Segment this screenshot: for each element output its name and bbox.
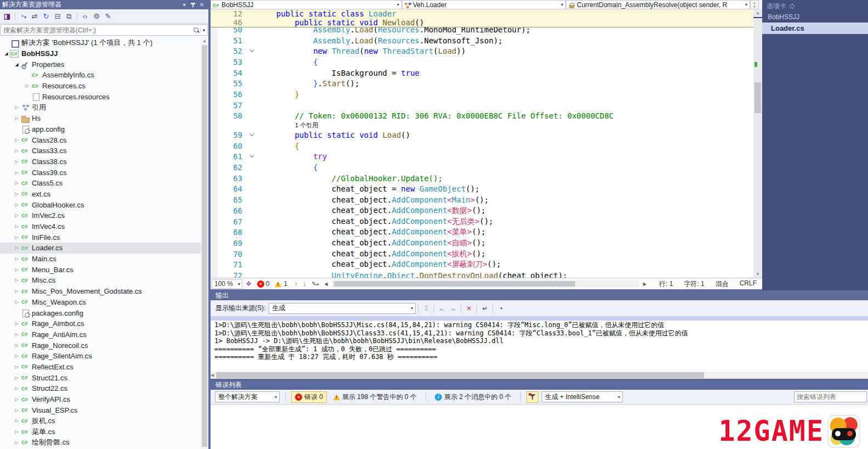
tree-item[interactable]: ▷Class39.cs [0, 167, 201, 178]
gear-icon[interactable] [790, 4, 795, 9]
tree-item[interactable]: ▷Loader.cs [0, 243, 201, 254]
code-line[interactable]: 67 cheat_object.AddComponent<无后类>(); [211, 216, 753, 227]
tree-item[interactable]: ▷Rage_Norecoil.cs [0, 340, 201, 351]
refresh-icon[interactable]: ↻ [42, 12, 50, 20]
expander-icon[interactable]: ▷ [13, 343, 21, 348]
expander-icon[interactable]: ▷ [13, 181, 21, 186]
previous-message-icon[interactable]: ← [436, 305, 447, 312]
tree-scrollbar[interactable]: ▲ [201, 37, 208, 449]
expander-icon[interactable]: ◢ [13, 62, 21, 67]
expander-icon[interactable]: ▷ [13, 300, 21, 305]
errors-count[interactable]: 0 [266, 280, 270, 288]
tree-item[interactable]: ▷Rage_AntiAim.cs [0, 329, 201, 340]
scroll-right-icon[interactable]: ▶ [640, 282, 649, 287]
output-line[interactable]: 1>D:\源码\生死狙击\bobh\bobh\BobHSSJJ\Misc.cs(… [211, 321, 868, 329]
code-line[interactable]: 61 try [211, 151, 753, 162]
code-line[interactable]: 54 IsBackground = true [211, 68, 753, 78]
expander-icon[interactable]: ▷ [13, 429, 21, 434]
expander-icon[interactable]: ▷ [13, 289, 21, 294]
tree-item[interactable]: ▷Hs [0, 113, 201, 124]
sync-with-active-document-icon[interactable]: ⇄ [31, 12, 38, 20]
code-line[interactable]: 59 public static void Load() [211, 130, 753, 141]
error-search-input[interactable] [795, 393, 866, 401]
output-line[interactable]: ========== 重新生成 于 18:27 完成，耗时 07.638 秒 =… [211, 353, 868, 361]
zoom-dropdown[interactable]: 100 % ▾ [212, 279, 242, 289]
expander-icon[interactable]: ▷ [13, 256, 21, 261]
code-line[interactable]: 70 cheat_object.AddComponent<扳机>(); [211, 249, 753, 260]
code-pane[interactable]: 50 Assembly.Load(Resources.MonoMod_Runti… [211, 0, 753, 278]
expander-icon[interactable]: ▷ [13, 267, 21, 272]
tree-item[interactable]: ▷VerifyAPI.cs [0, 394, 201, 405]
tree-item[interactable]: ▷Misc.cs [0, 275, 201, 286]
expander-icon[interactable]: ▷ [13, 192, 21, 197]
collapse-chevron-icon[interactable] [246, 131, 258, 139]
expander-icon[interactable]: ▷ [13, 364, 21, 369]
code-line[interactable]: 46 public static void Newload() [211, 18, 753, 27]
tree-item[interactable]: ▷Resources.cs [0, 81, 201, 92]
scrollbar-thumb[interactable] [216, 372, 704, 378]
tree-item[interactable]: ▷Struct22.cs [0, 383, 201, 394]
codelens-row[interactable]: 1 个引用 [211, 121, 753, 130]
expander-icon[interactable]: ◢ [2, 51, 10, 56]
clear-all-icon[interactable]: ✕ [463, 305, 474, 312]
tree-item[interactable]: ▷Misc_Weapon.cs [0, 297, 201, 308]
scroll-up-icon[interactable]: ▲ [201, 37, 208, 44]
tree-item[interactable]: ▷引用 [0, 102, 201, 113]
pin-button[interactable] [189, 1, 197, 9]
warnings-indicator-icon[interactable] [275, 281, 281, 287]
code-line[interactable]: 64 cheat_object = new GameObject(); [211, 184, 753, 195]
messages-filter-button[interactable]: i 展示 2 个消息中的 0 个 [432, 391, 515, 403]
code-line[interactable]: 53 { [211, 57, 753, 68]
next-message-icon[interactable]: → [447, 305, 458, 312]
expander-icon[interactable]: ▷ [13, 245, 21, 250]
expander-icon[interactable]: ▷ [13, 170, 21, 175]
ide-selector-icon[interactable]: ◨ [3, 12, 11, 20]
expander-icon[interactable]: ▷ [13, 235, 21, 240]
expander-icon[interactable]: ▷ [13, 224, 21, 229]
tree-item[interactable]: 解决方案 'BobHSSJJ' (1 个项目，共 1 个) [0, 37, 201, 48]
tree-item[interactable]: ▷Class5.cs [0, 178, 201, 189]
code-line[interactable]: 69 cheat_object.AddComponent<自瞄>(); [211, 238, 753, 249]
expander-icon[interactable]: ▷ [13, 203, 21, 207]
errors-indicator-icon[interactable]: ✕ [257, 280, 264, 288]
code-line[interactable]: 72 UnityEngine.Object.DontDestroyOnLoad(… [211, 270, 753, 278]
code-line[interactable]: 55 }.Start(); [211, 78, 753, 89]
view-code-icon[interactable]: ‹› [81, 12, 89, 20]
tab-item-loader[interactable]: Loader.cs [762, 23, 868, 34]
tree-item[interactable]: ▷Class33.cs [0, 145, 201, 156]
code-line[interactable]: 60 { [211, 141, 753, 151]
scrollbar-thumb[interactable] [754, 82, 761, 113]
expander-icon[interactable]: ▷ [13, 321, 21, 326]
collapse-all-icon[interactable]: ⊟ [54, 12, 61, 20]
encoding-indicator[interactable]: 混合 [710, 279, 734, 289]
previous-issue-icon[interactable]: ↑ [292, 280, 300, 287]
code-line[interactable]: 52 new Thread(new ThreadStart(Load)) [211, 46, 753, 57]
tree-item[interactable]: ▷ext.cs [0, 189, 201, 200]
tree-item[interactable]: ▷ImVec4.cs [0, 221, 201, 232]
code-line[interactable]: 63 //GlobalHooker.Update(); [211, 173, 753, 184]
output-line[interactable]: ========== “全部重新生成”: 1 成功，0 失败，0已跳过 ====… [211, 345, 868, 353]
expander-icon[interactable]: ▷ [13, 332, 21, 337]
expander-icon[interactable]: ▷ [13, 408, 21, 413]
expander-icon[interactable]: ▷ [13, 213, 21, 218]
output-horizontal-scrollbar[interactable]: ◀ [211, 372, 868, 379]
expander-icon[interactable]: ▷ [13, 138, 21, 143]
tree-item[interactable]: ▷GlobalHooker.cs [0, 199, 201, 210]
tree-item[interactable]: ▷ReflectExt.cs [0, 362, 201, 373]
tree-item[interactable]: ◢BobHSSJJ [0, 48, 201, 59]
warnings-filter-button[interactable]: 展示 198 个警告中的 0 个 [330, 391, 420, 403]
expander-icon[interactable]: ▷ [13, 148, 21, 153]
tree-item[interactable]: ▷Misc_Pos_Movement_Godstate.cs [0, 286, 201, 297]
scrollbar-thumb[interactable] [334, 281, 575, 287]
output-text[interactable]: 1>D:\源码\生死狙击\bobh\bobh\BobHSSJJ\Misc.cs(… [211, 317, 868, 371]
expander-icon[interactable]: ▷ [23, 83, 31, 88]
search-options-chevron-icon[interactable]: ▾ [200, 27, 207, 33]
tree-item[interactable]: ▷Main.cs [0, 254, 201, 265]
code-line[interactable]: 12 public static class Loader [211, 9, 753, 18]
code-line[interactable]: 65 cheat_object.AddComponent<Main>(); [211, 194, 753, 205]
intellisense-filter-dropdown[interactable]: 生成 + IntelliSense ▾ [542, 391, 623, 402]
code-line[interactable]: 56 } [211, 89, 753, 100]
tree-item[interactable]: Resources.resources [0, 91, 201, 102]
solution-search-input[interactable] [1, 26, 192, 34]
expander-icon[interactable]: ▷ [13, 386, 21, 391]
